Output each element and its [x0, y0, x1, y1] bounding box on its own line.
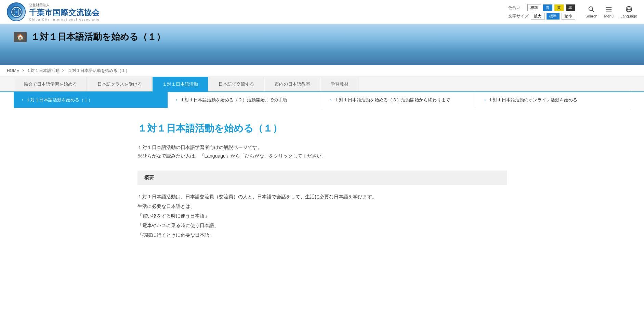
font-size-row: 文字サイズ 拡大 標準 縮小	[508, 13, 575, 20]
secondary-nav-item-label: １対１日本語活動を始める（２）活動開始までの手順	[180, 97, 287, 103]
svg-point-5	[589, 7, 593, 11]
body-line2: 生活に必要な日本語とは、	[137, 201, 507, 211]
search-button[interactable]: Search	[586, 5, 597, 18]
color-controls: 色合い 標準 青 黄 黒 文字サイズ 拡大 標準 縮小	[508, 4, 575, 20]
secondary-nav-item-label: １対１日本語活動を始める（１）	[26, 97, 93, 103]
breadcrumb-home[interactable]: HOME	[7, 68, 19, 73]
sub-nav-tab[interactable]: 日本語で交流する	[209, 77, 264, 91]
chevron-icon: ›	[484, 98, 486, 102]
color-yellow-button[interactable]: 黄	[554, 4, 564, 11]
logo-area: 公益財団法人 千葉市国際交流協会 Chiba City Internationa…	[7, 2, 102, 21]
main-content: １対１日本語活動を始める（１） １対１日本語活動の日本語学習者向けの解説ページで…	[117, 108, 527, 253]
sub-nav-tab[interactable]: １対１日本語活動	[153, 77, 208, 91]
sub-nav-tabs: 協会で日本語学習を始める日本語クラスを受ける１対１日本語活動日本語で交流する市内…	[14, 77, 630, 91]
language-label: Language	[620, 14, 637, 18]
logo-text: 公益財団法人 千葉市国際交流協会 Chiba City Internationa…	[29, 3, 102, 21]
hero-title: １対１日本語活動を始める（１）	[31, 31, 165, 43]
body-text: １対１日本語活動は、日本語交流員（交流員）の人と、日本語で会話をして、生活に必要…	[137, 192, 507, 240]
font-shrink-button[interactable]: 縮小	[562, 13, 575, 20]
header-icons: Search Menu Language	[586, 5, 637, 18]
hamburger-icon	[605, 5, 613, 13]
search-label: Search	[586, 14, 597, 18]
org-title: 千葉市国際交流協会	[29, 8, 102, 18]
org-subtitle: 公益財団法人	[29, 3, 102, 8]
svg-line-6	[592, 10, 594, 12]
hero-icon: 🏠	[14, 32, 27, 42]
page-heading: １対１日本語活動を始める（１）	[137, 122, 507, 135]
chevron-icon: ›	[176, 98, 178, 102]
color-blue-button[interactable]: 青	[543, 4, 552, 11]
font-size-label: 文字サイズ	[508, 13, 529, 19]
search-icon	[588, 5, 595, 13]
secondary-nav-item-label: １対１日本語活動のオンライン活動を始める	[488, 97, 577, 103]
menu-button[interactable]: Menu	[604, 5, 614, 18]
chevron-icon: ›	[22, 98, 23, 102]
sub-nav-tab[interactable]: 市内の日本語教室	[265, 77, 320, 91]
color-row: 色合い 標準 青 黄 黒	[508, 4, 575, 11]
header-controls: 色合い 標準 青 黄 黒 文字サイズ 拡大 標準 縮小 Search	[508, 4, 637, 20]
hero-title-area: 🏠 １対１日本語活動を始める（１）	[14, 31, 165, 43]
secondary-nav-item[interactable]: ›１対１日本語活動を始める（１）	[14, 92, 168, 108]
chevron-icon: ›	[330, 98, 332, 102]
secondary-nav-item-label: １対１日本語活動を始める（３）活動開始から終わりまで	[334, 97, 450, 103]
body-line5: 「病院に行くときに必要な日本語」	[137, 230, 507, 240]
sub-nav-tab[interactable]: 学習教材	[321, 77, 358, 91]
menu-label: Menu	[604, 14, 614, 18]
svg-point-4	[15, 11, 17, 13]
intro-line2: ※ひらがなで読みたい人は、「Language」から「ひらがな」をクリックしてくだ…	[137, 152, 507, 160]
hero-banner: 🏠 １対１日本語活動を始める（１）	[0, 24, 644, 65]
font-enlarge-button[interactable]: 拡大	[531, 13, 544, 20]
section-box: 概要	[137, 171, 507, 185]
org-subtitle-en: Chiba City International Association	[29, 18, 102, 21]
section-box-title: 概要	[144, 175, 154, 180]
color-label: 色合い	[508, 5, 525, 11]
breadcrumb-sep2: >	[62, 68, 65, 73]
language-button[interactable]: Language	[620, 5, 637, 18]
header: 公益財団法人 千葉市国際交流協会 Chiba City Internationa…	[0, 0, 644, 24]
breadcrumb-level2: １対１日本語活動を始める（１）	[68, 68, 130, 73]
secondary-nav-item[interactable]: ›１対１日本語活動のオンライン活動を始める	[476, 92, 630, 108]
color-standard-button[interactable]: 標準	[527, 4, 541, 11]
sub-nav-tab[interactable]: 協会で日本語学習を始める	[14, 77, 87, 91]
color-black-button[interactable]: 黒	[566, 4, 575, 11]
intro-line1: １対１日本語活動の日本語学習者向けの解説ページです。	[137, 143, 507, 152]
sub-nav-tab[interactable]: 日本語クラスを受ける	[88, 77, 152, 91]
sub-nav: 協会で日本語学習を始める日本語クラスを受ける１対１日本語活動日本語で交流する市内…	[0, 77, 644, 92]
secondary-nav-item[interactable]: ›１対１日本語活動を始める（３）活動開始から終わりまで	[322, 92, 476, 108]
intro-text: １対１日本語活動の日本語学習者向けの解説ページです。 ※ひらがなで読みたい人は、…	[137, 143, 507, 160]
breadcrumb-sep1: >	[22, 68, 25, 73]
globe-icon	[625, 5, 633, 13]
secondary-nav: ›１対１日本語活動を始める（１）›１対１日本語活動を始める（２）活動開始までの手…	[0, 92, 644, 108]
logo-image	[7, 2, 26, 21]
secondary-nav-item[interactable]: ›１対１日本語活動を始める（２）活動開始までの手順	[168, 92, 322, 108]
body-line4: 「電車やバスに乗る時に使う日本語」	[137, 221, 507, 230]
body-line3: 「買い物をする時に使う日本語」	[137, 211, 507, 221]
breadcrumb: HOME > １対１日本語活動 > １対１日本語活動を始める（１）	[0, 65, 644, 77]
body-line1: １対１日本語活動は、日本語交流員（交流員）の人と、日本語で会話をして、生活に必要…	[137, 192, 507, 201]
font-standard-button[interactable]: 標準	[547, 13, 560, 20]
breadcrumb-level1[interactable]: １対１日本語活動	[27, 68, 60, 73]
